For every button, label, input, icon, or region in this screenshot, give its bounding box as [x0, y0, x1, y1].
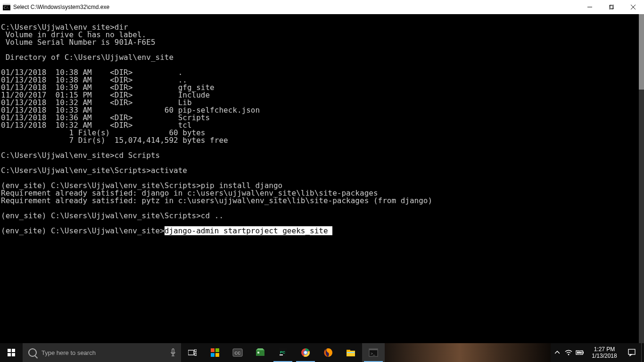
microphone-icon[interactable] — [165, 348, 181, 357]
clock-date: 1/13/2018 — [592, 353, 617, 359]
svg-rect-35 — [347, 350, 350, 352]
svg-rect-45 — [628, 349, 635, 354]
task-view-button[interactable] — [181, 343, 204, 362]
window-titlebar: C:\ Select C:\Windows\system32\cmd.exe — [0, 0, 644, 14]
search-placeholder: Type here to search — [41, 349, 165, 356]
battery-icon[interactable] — [574, 343, 586, 362]
window-title: Select C:\Windows\system32\cmd.exe — [13, 4, 109, 10]
svg-rect-9 — [12, 349, 15, 352]
svg-point-40 — [568, 354, 570, 355]
svg-rect-1 — [3, 4, 10, 5]
cortana-icon — [28, 348, 37, 357]
svg-rect-16 — [195, 349, 197, 352]
terminal-area: C:\Users\Ujjwal\env_site>dir Volume in d… — [0, 14, 644, 343]
svg-rect-24 — [256, 350, 264, 356]
wifi-icon[interactable] — [563, 343, 574, 362]
svg-rect-15 — [188, 350, 194, 355]
scrollbar-thumb[interactable] — [639, 14, 644, 90]
show-desktop-button[interactable] — [641, 343, 644, 362]
vertical-scrollbar[interactable] — [639, 14, 644, 343]
svg-rect-8 — [8, 349, 11, 352]
start-button[interactable] — [0, 343, 23, 362]
terminal-output[interactable]: C:\Users\Ujjwal\env_site>dir Volume in d… — [0, 14, 639, 343]
svg-rect-19 — [215, 348, 219, 352]
svg-rect-18 — [211, 348, 215, 352]
svg-rect-38 — [369, 349, 378, 350]
taskbar-app-microsoft-store[interactable] — [204, 343, 226, 362]
svg-rect-29 — [280, 354, 283, 355]
svg-rect-26 — [257, 352, 259, 354]
action-center-button[interactable] — [622, 343, 641, 362]
svg-point-32 — [304, 351, 307, 354]
maximize-button[interactable] — [601, 0, 622, 14]
taskbar: Type here to search CC PC — [0, 343, 644, 362]
tray-overflow-icon[interactable] — [552, 343, 563, 362]
taskbar-search[interactable]: Type here to search — [23, 343, 181, 362]
close-button[interactable] — [622, 0, 644, 14]
svg-text:PC: PC — [280, 350, 285, 354]
svg-rect-20 — [211, 353, 215, 357]
cmd-icon: C:\ — [3, 4, 10, 10]
taskbar-app-codeblocks[interactable] — [249, 343, 272, 362]
taskbar-pinned-apps: CC PC >_ — [204, 343, 385, 362]
svg-marker-25 — [256, 348, 264, 350]
system-tray — [551, 343, 586, 362]
svg-rect-36 — [347, 352, 355, 353]
svg-text:>_: >_ — [371, 351, 375, 356]
minimize-button[interactable] — [579, 0, 601, 14]
svg-rect-4 — [609, 6, 613, 9]
taskbar-clock[interactable]: 1:27 PM 1/13/2018 — [586, 343, 622, 362]
svg-rect-11 — [12, 353, 15, 356]
taskbar-app-chrome[interactable] — [294, 343, 317, 362]
taskbar-app-pycharm[interactable]: PC — [272, 343, 294, 362]
svg-rect-5 — [610, 5, 614, 8]
taskbar-desktop-peek-area — [385, 343, 551, 362]
taskbar-app-cmd[interactable]: >_ — [362, 343, 385, 362]
taskbar-app-file-explorer[interactable] — [339, 343, 362, 362]
svg-rect-10 — [8, 353, 11, 356]
svg-text:CC: CC — [235, 351, 241, 355]
taskbar-app-firefox[interactable] — [317, 343, 339, 362]
svg-text:C:\: C:\ — [4, 6, 9, 10]
svg-rect-21 — [215, 353, 219, 357]
svg-rect-17 — [195, 353, 197, 355]
svg-marker-46 — [630, 354, 632, 356]
taskbar-app-cc[interactable]: CC — [226, 343, 249, 362]
svg-rect-12 — [172, 349, 174, 353]
svg-rect-42 — [583, 352, 584, 354]
clock-time: 1:27 PM — [594, 346, 615, 353]
